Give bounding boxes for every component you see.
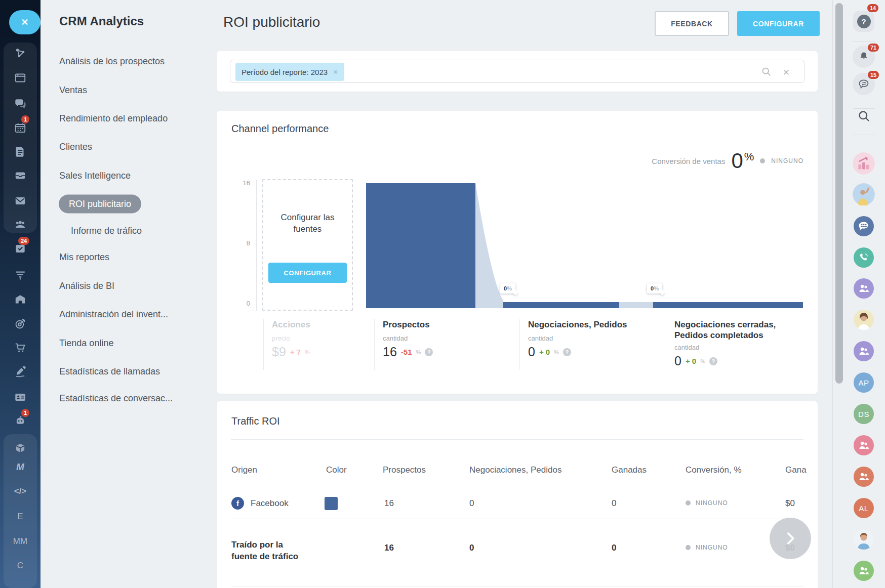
col-header-prospectos[interactable]: Prospectos: [383, 465, 426, 475]
stage-metric: cantidad: [674, 344, 803, 351]
funnel-bar-prospectos[interactable]: [366, 183, 475, 308]
contact-card-icon[interactable]: [0, 391, 41, 404]
cell-color-chip: [325, 497, 338, 510]
sign-pen-icon[interactable]: [0, 365, 41, 379]
document-icon[interactable]: [0, 145, 41, 158]
close-menu-button[interactable]: [9, 10, 41, 34]
search-button[interactable]: [853, 109, 875, 123]
app-e-icon[interactable]: E: [0, 512, 41, 522]
calendar-icon[interactable]: [0, 121, 41, 135]
avatar-initials-ds[interactable]: DS: [853, 404, 875, 424]
sidebar-item-administracion-inventario[interactable]: Administración del invent...: [59, 309, 168, 320]
chip-remove-icon[interactable]: [333, 68, 338, 76]
stage-label: Acciones: [272, 319, 370, 330]
channel-group-5[interactable]: [853, 561, 875, 581]
avatar-user-photo-2[interactable]: [853, 310, 875, 330]
notifications-badge: 71: [868, 44, 879, 52]
sidebar-item-informe-trafico[interactable]: Informe de tráfico: [71, 226, 142, 236]
cell-conversion: NINGUNO: [686, 499, 728, 507]
avatar-initials-al[interactable]: AL: [853, 498, 875, 518]
col-header-ganadas[interactable]: Ganadas: [612, 465, 647, 475]
drive-icon[interactable]: [0, 169, 41, 182]
cell-origin[interactable]: Facebook: [251, 498, 289, 509]
filter-search-input[interactable]: Período del reporte: 2023: [230, 60, 804, 83]
col-header-ganancia[interactable]: Gana: [785, 465, 807, 475]
m-logo-icon[interactable]: M: [0, 461, 41, 473]
help-button[interactable]: [853, 11, 875, 32]
sidebar-item-tienda-online[interactable]: Tienda online: [59, 338, 113, 349]
conversion-unit: %: [744, 150, 754, 163]
sidebar-item-rendimiento[interactable]: Rendimiento del empleado: [59, 113, 168, 124]
channel-group-4[interactable]: [853, 467, 875, 487]
sites-icon[interactable]: [0, 71, 41, 85]
chat-icon[interactable]: [0, 97, 41, 110]
group-chat-icon: [858, 220, 870, 232]
stage-stat-prospectos: Prospectos cantidad 16 -51 %: [374, 319, 511, 370]
sidebar-item-estadisticas-conversaciones[interactable]: Estadísticas de conversac...: [59, 393, 173, 404]
col-header-conversion[interactable]: Conversión, %: [686, 465, 742, 475]
assistant-robot-icon[interactable]: [0, 414, 41, 428]
configure-button[interactable]: CONFIGURAR: [737, 11, 820, 36]
cube-app-icon[interactable]: [0, 442, 41, 455]
stage-metric: cantidad: [528, 334, 656, 342]
question-icon: [857, 15, 871, 28]
feedback-button[interactable]: FEEDBACK: [655, 11, 729, 36]
bell-icon: [858, 51, 870, 63]
marketing-target-icon[interactable]: [0, 317, 41, 330]
table-scroll-next-button[interactable]: [770, 518, 811, 559]
sidebar-item-analisis-prospectos[interactable]: Análisis de los prospectos: [59, 56, 165, 67]
help-icon[interactable]: [709, 357, 717, 365]
app-c-icon[interactable]: C: [0, 561, 41, 571]
avatar-initials-ap[interactable]: AP: [853, 372, 875, 393]
stage-value: $9: [272, 345, 286, 359]
col-header-color[interactable]: Color: [326, 465, 347, 475]
funnel-bar-negociaciones[interactable]: [503, 302, 619, 308]
network-icon[interactable]: [0, 47, 41, 60]
filter-clear-icon[interactable]: [783, 67, 790, 78]
sidebar-item-mis-reportes[interactable]: Mis reportes: [59, 252, 109, 263]
crm-funnel-icon[interactable]: [0, 268, 41, 281]
sidebar-item-analisis-bi[interactable]: Análisis de BI: [59, 281, 114, 291]
funnel-transition: [619, 302, 653, 308]
sidebar-item-clientes[interactable]: Clientes: [59, 142, 92, 152]
shop-cart-icon[interactable]: [0, 341, 41, 354]
channel-group-2[interactable]: [853, 341, 875, 361]
divider: [231, 586, 803, 586]
stage-stat-cerradas: Negociaciones cerradas, Pedidos completa…: [666, 319, 803, 370]
configure-sources-box: Configurar las fuentes CONFIGURAR: [262, 179, 353, 311]
app-mm-icon[interactable]: MM: [0, 536, 41, 547]
funnel-slope: [475, 183, 503, 308]
search-icon[interactable]: [761, 66, 772, 77]
avatar-market-illustration[interactable]: [853, 152, 875, 175]
groups-icon[interactable]: [0, 218, 41, 231]
sidebar-item-estadisticas-llamadas[interactable]: Estadísticas de llamadas: [59, 366, 160, 377]
avatar-user-photo-3[interactable]: [853, 529, 875, 550]
avatar-user-photo-1[interactable]: [853, 183, 875, 206]
mail-icon[interactable]: [0, 194, 41, 207]
stage-label: Negociaciones, Pedidos: [528, 319, 656, 330]
facebook-icon: [231, 497, 244, 510]
filter-chip-report-period[interactable]: Período del reporte: 2023: [235, 63, 344, 81]
funnel-bar-cerradas[interactable]: [653, 302, 803, 308]
channel-phone[interactable]: [853, 247, 875, 268]
help-icon[interactable]: [563, 348, 571, 356]
y-axis-tick: [252, 311, 257, 311]
channel-group-chat[interactable]: [853, 216, 875, 236]
cell-negociaciones: 0: [469, 498, 474, 509]
sidebar-item-roi-publicitario[interactable]: ROI publicitario: [59, 195, 141, 214]
warehouse-icon[interactable]: [0, 293, 41, 306]
sidebar-item-sales-intelligence[interactable]: Sales Intelligence: [59, 171, 131, 181]
help-icon[interactable]: [425, 348, 433, 356]
avatar-initials: AL: [859, 504, 868, 513]
cell-prospectos: 16: [384, 543, 394, 553]
help-badge: 14: [867, 4, 878, 12]
col-header-negociaciones[interactable]: Negociaciones, Pedidos: [469, 465, 561, 475]
scrollbar[interactable]: [835, 3, 843, 384]
stage-delta: + 0: [539, 348, 550, 356]
configure-sources-button[interactable]: CONFIGURAR: [268, 263, 347, 283]
sidebar-item-ventas[interactable]: Ventas: [59, 85, 87, 96]
channel-group-3[interactable]: [853, 435, 875, 455]
code-app-icon[interactable]: </>: [0, 486, 41, 496]
channel-group-1[interactable]: [853, 278, 875, 299]
col-header-origen[interactable]: Origen: [231, 465, 257, 475]
